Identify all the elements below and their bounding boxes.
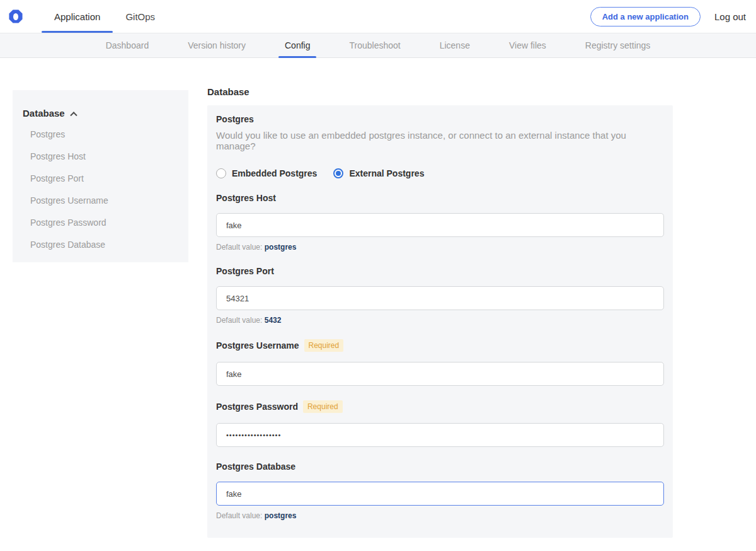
default-label: Default value: (216, 316, 262, 325)
group-item-label: Postgres (216, 114, 664, 124)
postgres-password-input[interactable] (216, 423, 664, 447)
field-postgres-username-label-row: Postgres Username Required (216, 339, 664, 352)
subnav-troubleshoot[interactable]: Troubleshoot (349, 33, 400, 57)
postgres-port-input[interactable] (216, 286, 664, 310)
field-postgres-username-label: Postgres Username (216, 340, 299, 351)
app-logo-icon (9, 9, 23, 23)
radio-checked-icon[interactable] (333, 168, 343, 178)
field-postgres-database-label: Postgres Database (216, 461, 295, 472)
sidebar-item-postgres[interactable]: Postgres (23, 124, 178, 146)
required-badge: Required (304, 339, 344, 352)
sidebar-group-title: Database (23, 108, 65, 119)
postgres-port-default-hint: Default value: 5432 (216, 316, 664, 325)
subnav-dashboard[interactable]: Dashboard (106, 33, 149, 57)
tab-application[interactable]: Application (42, 0, 113, 33)
default-label: Default value: (216, 511, 262, 520)
group-help-text: Would you like to use an embedded postgr… (216, 130, 664, 151)
field-postgres-host-label-row: Postgres Host (216, 193, 664, 203)
field-postgres-database-label-row: Postgres Database (216, 461, 664, 472)
radio-embedded-postgres[interactable]: Embedded Postgres (216, 168, 317, 178)
default-value: postgres (265, 243, 297, 252)
radio-external-postgres[interactable]: External Postgres (333, 168, 424, 178)
field-postgres-port-label: Postgres Port (216, 266, 274, 276)
section-title: Database (207, 86, 673, 97)
sidebar-group-database[interactable]: Database (23, 108, 178, 119)
subnav-config[interactable]: Config (285, 33, 310, 57)
radio-embedded-label: Embedded Postgres (232, 168, 317, 178)
chevron-up-icon (70, 112, 77, 119)
logout-button[interactable]: Log out (714, 11, 746, 22)
default-value: postgres (265, 511, 297, 520)
app-logo-link[interactable] (6, 0, 32, 33)
default-value: 5432 (265, 316, 282, 325)
postgres-database-input[interactable] (216, 482, 664, 506)
config-sidebar: Database Postgres Postgres Host Postgres… (13, 90, 188, 262)
required-badge: Required (303, 400, 343, 413)
top-navbar: Application GitOps Add a new application… (0, 0, 756, 33)
subnav-version-history[interactable]: Version history (188, 33, 246, 57)
subnav-view-files[interactable]: View files (509, 33, 546, 57)
field-postgres-host-label: Postgres Host (216, 193, 276, 203)
radio-unchecked-icon[interactable] (216, 168, 226, 178)
tab-gitops[interactable]: GitOps (113, 0, 168, 33)
default-label: Default value: (216, 243, 262, 252)
postgres-host-input[interactable] (216, 213, 664, 237)
app-subnav: Dashboard Version history Config Trouble… (0, 33, 756, 58)
radio-external-label: External Postgres (349, 168, 424, 178)
config-content: Database Postgres Would you like to use … (207, 86, 673, 551)
top-tabs: Application GitOps (42, 0, 168, 33)
subnav-license[interactable]: License (440, 33, 470, 57)
page-body: Database Postgres Postgres Host Postgres… (0, 58, 756, 551)
config-group-panel: Postgres Would you like to use an embedd… (207, 105, 673, 538)
sidebar-item-postgres-host[interactable]: Postgres Host (23, 146, 178, 168)
field-postgres-password-label: Postgres Password (216, 402, 298, 412)
topbar-right: Add a new application Log out (590, 0, 756, 33)
postgres-username-input[interactable] (216, 362, 664, 386)
sidebar-items: Postgres Postgres Host Postgres Port Pos… (23, 124, 178, 256)
subnav-registry-settings[interactable]: Registry settings (585, 33, 650, 57)
postgres-database-default-hint: Default value: postgres (216, 511, 664, 520)
sidebar-item-postgres-password[interactable]: Postgres Password (23, 212, 178, 234)
field-postgres-password-label-row: Postgres Password Required (216, 400, 664, 413)
postgres-host-default-hint: Default value: postgres (216, 243, 664, 252)
sidebar-item-postgres-database[interactable]: Postgres Database (23, 234, 178, 256)
sidebar-item-postgres-username[interactable]: Postgres Username (23, 190, 178, 212)
add-new-application-button[interactable]: Add a new application (590, 7, 701, 26)
sidebar-item-postgres-port[interactable]: Postgres Port (23, 168, 178, 190)
field-postgres-port-label-row: Postgres Port (216, 266, 664, 276)
postgres-type-radio-group: Embedded Postgres External Postgres (216, 168, 664, 178)
